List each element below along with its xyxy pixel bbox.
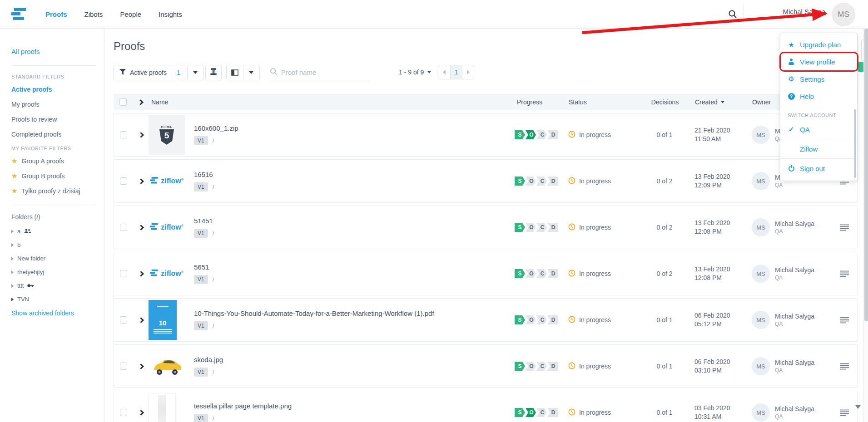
row-expand-chevron-icon[interactable] xyxy=(138,410,144,416)
folder-item-tttt[interactable]: tttt xyxy=(11,282,96,289)
row-checkbox[interactable] xyxy=(120,131,127,138)
proof-folder-path[interactable]: / xyxy=(213,415,214,422)
folder-item-new-folder[interactable]: New folder xyxy=(11,255,96,262)
folder-expand-icon[interactable] xyxy=(11,230,14,233)
version-badge[interactable]: V1 xyxy=(194,182,208,191)
row-expand-chevron-icon[interactable] xyxy=(138,132,144,138)
row-expand-chevron-icon[interactable] xyxy=(138,363,144,369)
folder-expand-icon[interactable] xyxy=(11,270,14,274)
proof-folder-path[interactable]: / xyxy=(213,323,214,329)
sidebar-item-group-b-proofs[interactable]: ★Group B proofs xyxy=(11,172,96,180)
row-activity-icon[interactable] xyxy=(840,224,849,231)
columns-dropdown-button[interactable] xyxy=(243,65,259,80)
sidebar-item-all-proofs[interactable]: All proofs xyxy=(11,48,96,55)
menu-item-view-profile[interactable]: View profile xyxy=(780,53,857,70)
version-badge[interactable]: V1 xyxy=(194,136,208,145)
version-badge[interactable]: V1 xyxy=(194,414,208,422)
user-name[interactable]: Michal Salyga xyxy=(783,8,825,15)
proof-folder-path[interactable]: / xyxy=(213,137,214,144)
next-page-button[interactable] xyxy=(462,65,474,79)
row-checkbox[interactable] xyxy=(120,363,127,370)
user-avatar[interactable]: MS xyxy=(832,3,855,26)
folder-expand-icon[interactable] xyxy=(11,243,14,247)
menu-item-account-ziflow[interactable]: Ziflow xyxy=(780,140,857,157)
folder-expand-icon[interactable] xyxy=(11,298,14,301)
proof-name-link[interactable]: tessella pillar page template.png xyxy=(194,402,515,410)
sidebar-item-my-proofs[interactable]: My proofs xyxy=(11,101,96,108)
header-status[interactable]: Status xyxy=(569,98,645,106)
folder-expand-icon[interactable] xyxy=(11,257,14,260)
nav-tab-insights[interactable]: Insights xyxy=(159,10,182,18)
row-activity-icon[interactable] xyxy=(840,270,849,277)
version-badge[interactable]: V1 xyxy=(194,275,208,284)
version-badge[interactable]: V1 xyxy=(194,321,208,330)
row-activity-icon[interactable] xyxy=(840,317,849,324)
saved-views-button[interactable] xyxy=(205,65,222,80)
proof-thumbnail[interactable]: ziflow xyxy=(149,207,185,247)
show-archived-folders-link[interactable]: Show archived folders xyxy=(11,309,96,317)
header-name[interactable]: Name xyxy=(148,98,515,106)
proof-thumbnail[interactable]: ziflow xyxy=(149,161,185,201)
proof-thumbnail[interactable]: HTML 5 xyxy=(149,115,185,155)
menu-item-settings[interactable]: ⚙ Settings xyxy=(780,70,857,88)
header-decisions[interactable]: Decisions xyxy=(645,98,685,106)
active-filter-button[interactable]: Active proofs 1 xyxy=(114,65,185,80)
search-input[interactable] xyxy=(281,69,363,76)
row-expand-chevron-icon[interactable] xyxy=(138,225,144,231)
proof-name-link[interactable]: 16516 xyxy=(194,171,515,178)
proof-folder-path[interactable]: / xyxy=(213,369,214,376)
proof-folder-path[interactable]: / xyxy=(213,184,214,191)
proof-thumbnail[interactable] xyxy=(149,393,176,422)
row-checkbox[interactable] xyxy=(120,409,127,416)
sidebar-item-active-proofs[interactable]: Active proofs xyxy=(11,86,96,93)
sidebar-item-proofs-to-review[interactable]: Proofs to review xyxy=(11,116,96,123)
proof-folder-path[interactable]: / xyxy=(213,276,214,283)
search-icon[interactable] xyxy=(728,10,737,19)
row-expand-chevron-icon[interactable] xyxy=(138,178,144,184)
proof-name-link[interactable]: 5651 xyxy=(194,263,515,271)
proof-name-link[interactable]: 51451 xyxy=(194,217,515,225)
row-checkbox[interactable] xyxy=(120,177,127,185)
sidebar-item-tylko-proofy[interactable]: ★Tylko proofy z dzisiaj xyxy=(11,187,96,195)
page-scrollbar-thumb[interactable] xyxy=(864,29,868,321)
select-all-checkbox[interactable] xyxy=(119,98,127,106)
menu-item-upgrade-plan[interactable]: ★ Upgrade plan xyxy=(780,36,857,53)
row-activity-icon[interactable] xyxy=(840,363,849,370)
proof-folder-path[interactable]: / xyxy=(213,230,214,237)
folder-item-tvn[interactable]: TVN xyxy=(11,296,96,303)
proof-name-link[interactable]: skoda.jpg xyxy=(194,356,515,363)
row-expand-chevron-icon[interactable] xyxy=(138,317,144,323)
pagination-range-dropdown[interactable]: 1 - 9 of 9 xyxy=(399,69,432,76)
folder-item-b[interactable]: b xyxy=(11,241,96,248)
header-created-sort[interactable]: Created xyxy=(685,98,743,106)
version-badge[interactable]: V1 xyxy=(194,368,208,377)
sidebar-item-group-a-proofs[interactable]: ★Group A proofs xyxy=(11,157,96,165)
ziflow-logo-icon[interactable] xyxy=(8,8,29,20)
nav-tab-proofs[interactable]: Proofs xyxy=(45,10,67,18)
menu-item-help[interactable]: ? Help xyxy=(780,88,857,105)
menu-item-sign-out[interactable]: Sign out xyxy=(780,160,857,177)
proof-thumbnail[interactable]: ziflow xyxy=(149,254,185,294)
prev-page-button[interactable] xyxy=(438,65,450,79)
expand-all-chevron-icon[interactable] xyxy=(138,99,144,105)
scroll-down-arrow-icon[interactable] xyxy=(855,405,861,409)
columns-icon[interactable] xyxy=(227,65,243,80)
folder-item-rhetyehjtyj[interactable]: rhetyehjtyj xyxy=(11,269,96,275)
version-badge[interactable]: V1 xyxy=(194,229,208,238)
folder-item-a[interactable]: a xyxy=(11,228,96,235)
row-expand-chevron-icon[interactable] xyxy=(138,271,144,277)
menu-scrollbar[interactable] xyxy=(854,109,856,178)
row-activity-icon[interactable] xyxy=(840,409,849,416)
menu-item-account-qa[interactable]: ✓ QA xyxy=(780,121,857,138)
folder-expand-icon[interactable] xyxy=(11,284,14,288)
header-progress[interactable]: Progress xyxy=(515,98,569,106)
proof-name-link[interactable]: 10-Things-You-Should-Automate-Today-for-… xyxy=(194,309,515,317)
filter-dropdown-button[interactable] xyxy=(187,65,203,80)
proof-name-link[interactable]: 160x600_1.zip xyxy=(194,124,515,132)
sidebar-item-completed-proofs[interactable]: Completed proofs xyxy=(11,131,96,138)
row-checkbox[interactable] xyxy=(120,270,127,277)
row-checkbox[interactable] xyxy=(120,224,127,231)
proof-thumbnail[interactable]: 10 xyxy=(149,300,177,340)
page-scrollbar[interactable] xyxy=(863,29,868,422)
proof-thumbnail[interactable] xyxy=(149,346,185,386)
